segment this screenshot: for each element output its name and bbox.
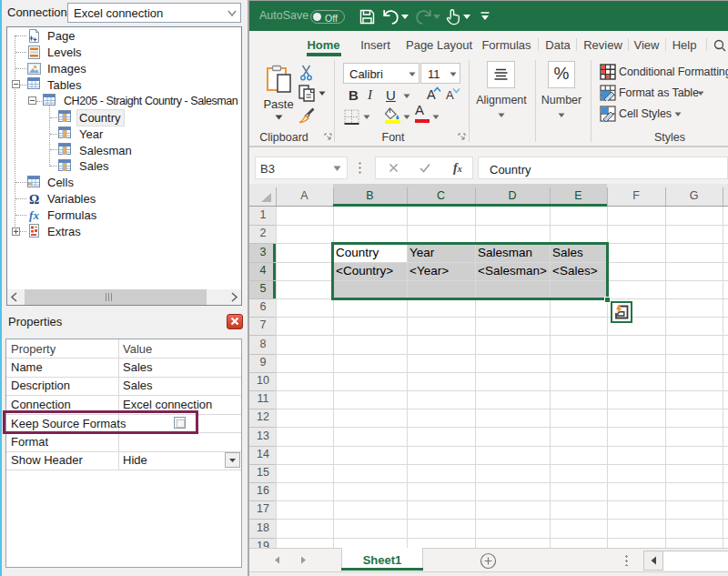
svg-text:Ω: Ω xyxy=(29,193,39,207)
svg-text:fx: fx xyxy=(29,208,39,222)
